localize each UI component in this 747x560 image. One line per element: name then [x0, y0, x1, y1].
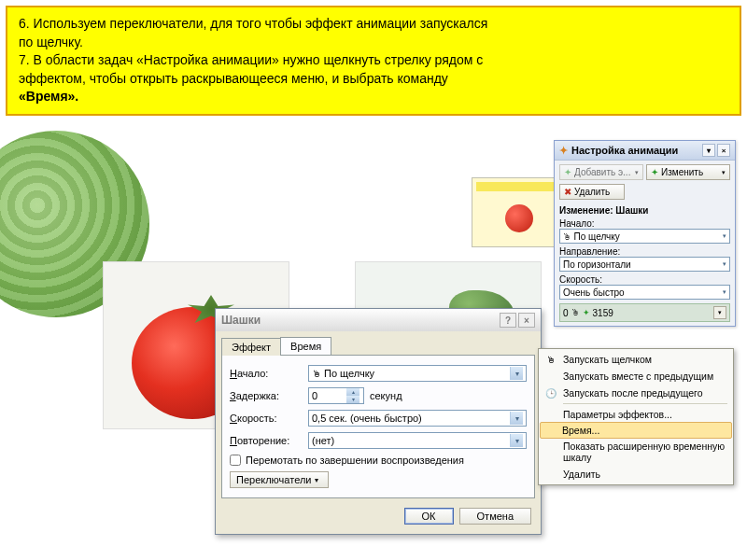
slide-thumbnail [472, 177, 565, 247]
repeat-value: (нет) [312, 435, 334, 446]
star-icon: ✦ [559, 145, 568, 157]
mouse-icon: 🖱 [544, 355, 557, 365]
effect-list-item[interactable]: 0 🖱 ✦ 3159 ▾ [559, 303, 730, 322]
effect-context-menu: 🖱Запускать щелчком Запускать вместе с пр… [538, 348, 734, 485]
modify-button[interactable]: ✦ Изменить ▾ [646, 164, 730, 180]
tp-speed-select[interactable]: Очень быстро ▾ [559, 285, 730, 300]
animation-taskpane: ✦ Настройка анимации ▾ × ✦ Добавить э...… [554, 140, 736, 327]
cm-start-after-previous[interactable]: 🕒Запускать после предыдущего [541, 385, 731, 401]
mouse-icon: 🖱 [312, 369, 321, 379]
instruction-line-7a: 7. В области задач «Настройка анимации» … [19, 51, 728, 70]
speed-label: Скорость: [230, 413, 303, 424]
mouse-icon: 🖱 [571, 308, 580, 317]
dialog-close-icon[interactable]: × [518, 313, 535, 328]
tp-start-label: Начало: [559, 218, 730, 229]
instruction-line-7b: эффектом, чтобы открыть раскрывающееся м… [19, 70, 728, 89]
tp-start-value: По щелчку [574, 231, 620, 242]
taskpane-title-text: Настройка анимации [571, 145, 678, 156]
rewind-checkbox[interactable] [230, 455, 241, 466]
tab-time[interactable]: Время [280, 337, 331, 355]
remove-icon: ✖ [564, 187, 571, 197]
start-select[interactable]: 🖱По щелчку ▾ [308, 365, 527, 382]
cm-timing[interactable]: Время... [540, 422, 732, 439]
delay-input[interactable] [309, 390, 346, 401]
cancel-button[interactable]: Отмена [459, 508, 531, 525]
remove-button[interactable]: ✖ Удалить [559, 184, 625, 200]
effect-name: 3159 [593, 308, 613, 318]
tp-direction-value: По горизонтали [563, 259, 631, 270]
chevron-down-icon: ▾ [723, 260, 726, 268]
modify-icon: ✦ [651, 167, 658, 177]
cm-delete[interactable]: Удалить [541, 466, 731, 483]
tp-start-select[interactable]: 🖱 По щелчку ▾ [559, 229, 730, 244]
speed-value: 0,5 сек. (очень быстро) [312, 413, 422, 424]
repeat-select[interactable]: (нет) ▾ [308, 432, 527, 449]
add-icon: ✦ [564, 167, 571, 177]
chevron-down-icon: ▾ [723, 288, 726, 296]
close-icon[interactable]: × [717, 144, 730, 157]
effect-section-label: Изменение: Шашки [559, 205, 730, 216]
add-effect-label: Добавить э... [574, 167, 630, 177]
cm-start-on-click[interactable]: 🖱Запускать щелчком [541, 351, 731, 368]
instruction-line-7c: «Время». [19, 88, 728, 106]
tp-direction-select[interactable]: По горизонтали ▾ [559, 257, 730, 272]
delay-spinner[interactable]: ▴▾ [308, 387, 364, 404]
dialog-titlebar[interactable]: Шашки ? × [216, 309, 541, 331]
spin-up-icon[interactable]: ▴ [346, 388, 359, 396]
tp-speed-value: Очень быстро [563, 287, 625, 298]
cm-start-with-previous[interactable]: Запускать вместе с предыдущим [541, 368, 731, 385]
seconds-suffix: секунд [370, 390, 402, 401]
dialog-help-icon[interactable]: ? [500, 313, 516, 328]
timing-dialog: Шашки ? × Эффект Время Начало: 🖱По щелчк… [215, 308, 542, 535]
chevron-down-icon: ▾ [723, 232, 726, 240]
chevron-down-icon: ▾ [510, 367, 523, 380]
spin-down-icon[interactable]: ▾ [346, 396, 359, 403]
tp-direction-label: Направление: [559, 246, 730, 257]
modify-label: Изменить [661, 167, 703, 177]
remove-label: Удалить [574, 187, 610, 197]
dialog-title-text: Шашки [221, 314, 261, 327]
effect-index: 0 [563, 308, 569, 318]
cm-effect-options[interactable]: Параметры эффектов... [541, 406, 731, 423]
triggers-label: Переключатели [236, 474, 311, 485]
cm-show-advanced-timeline[interactable]: Показать расширенную временную шкалу [541, 438, 731, 466]
chevron-down-icon: ▾ [315, 476, 318, 484]
ok-button[interactable]: ОК [404, 508, 454, 525]
taskpane-titlebar[interactable]: ✦ Настройка анимации ▾ × [555, 141, 735, 161]
dropdown-icon[interactable]: ▾ [702, 144, 715, 157]
repeat-label: Повторение: [230, 435, 303, 446]
delay-label: Задержка: [230, 390, 303, 401]
tab-effect[interactable]: Эффект [221, 338, 281, 356]
chevron-down-icon: ▾ [510, 412, 523, 425]
add-effect-button[interactable]: ✦ Добавить э... ▾ [559, 164, 643, 180]
menu-separator [563, 403, 727, 404]
star-icon: ✦ [583, 308, 590, 317]
chevron-down-icon: ▾ [722, 169, 726, 176]
clock-icon: 🕒 [544, 388, 557, 399]
rewind-label: Перемотать по завершении воспроизведения [246, 455, 464, 466]
triggers-button[interactable]: Переключатели ▾ [230, 471, 329, 488]
speed-select[interactable]: 0,5 сек. (очень быстро) ▾ [308, 410, 527, 427]
instruction-line-6a: 6. Используем переключатели, для того чт… [19, 15, 728, 34]
start-value: По щелчку [324, 368, 374, 379]
start-label: Начало: [230, 368, 303, 379]
mouse-icon: 🖱 [563, 232, 574, 242]
chevron-down-icon: ▾ [635, 169, 639, 176]
instruction-line-6b: по щелчку. [19, 34, 728, 52]
tp-speed-label: Скорость: [559, 274, 730, 285]
chevron-down-icon: ▾ [510, 434, 523, 447]
effect-dropdown-button[interactable]: ▾ [713, 306, 726, 319]
instruction-banner: 6. Используем переключатели, для того чт… [6, 6, 741, 116]
